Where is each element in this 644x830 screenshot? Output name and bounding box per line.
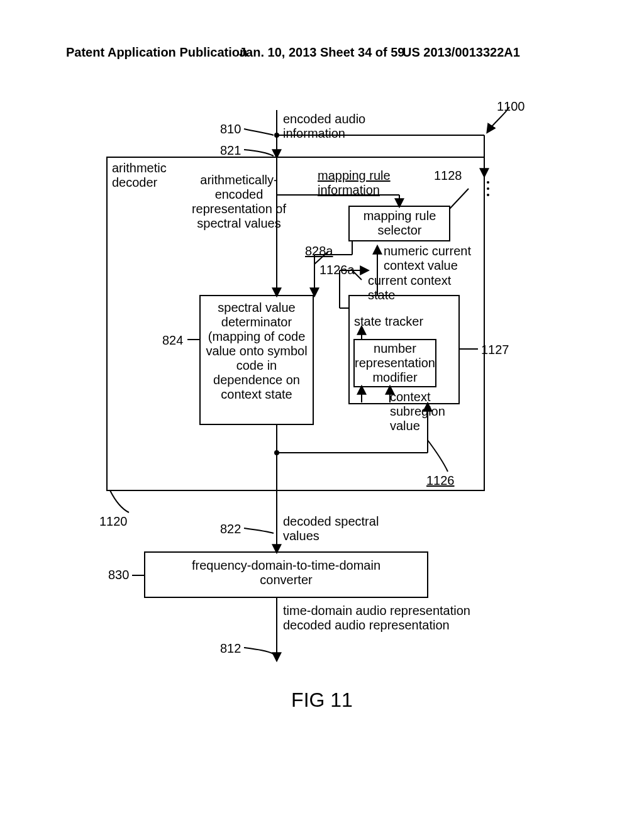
ref-822: 822 — [220, 522, 241, 536]
label-state-tracker: state tracker — [354, 314, 423, 329]
label-current-context-state: current context state — [368, 274, 451, 302]
label-number-rep-mod: number representation modifier — [354, 341, 436, 385]
ref-812: 812 — [220, 641, 241, 656]
ref-828a: 828a — [305, 244, 333, 258]
ref-830: 830 — [108, 568, 129, 582]
svg-point-11 — [487, 187, 489, 190]
label-mapping-rule-info: mapping rule information — [318, 169, 391, 197]
svg-point-10 — [487, 181, 489, 184]
label-numeric-current: numeric current context value — [384, 244, 471, 273]
ref-1126: 1126 — [426, 473, 455, 488]
ref-1127: 1127 — [481, 343, 509, 357]
ref-821: 821 — [220, 143, 241, 158]
svg-point-12 — [487, 194, 489, 196]
figure-caption: FIG 11 — [0, 689, 644, 712]
ref-1120: 1120 — [99, 514, 128, 529]
label-mapping-rule-selector: mapping rule selector — [351, 209, 448, 238]
label-decoded-spectral: decoded spectral values — [283, 514, 379, 543]
svg-line-31 — [450, 189, 469, 209]
ref-824: 824 — [162, 333, 183, 348]
ref-1126a: 1126a — [319, 263, 355, 277]
ref-1100: 1100 — [497, 99, 525, 114]
label-time-domain: time-domain audio representation decoded… — [283, 604, 470, 633]
label-context-subregion-value: context subregion value — [390, 390, 445, 433]
ref-1128: 1128 — [434, 169, 462, 183]
label-spectral-value-det: spectral value determinator (mapping of … — [203, 301, 311, 402]
label-converter: frequency-domain-to-time-domain converte… — [145, 558, 428, 587]
label-encoded-audio: encoded audio information — [283, 112, 365, 141]
page: Patent Application Publication Jan. 10, … — [0, 0, 644, 830]
label-arithmetic-decoder: arithmetic decoder — [112, 161, 167, 190]
label-arith-encoded: arithmetically- encoded representation o… — [182, 173, 296, 231]
ref-810: 810 — [220, 122, 241, 136]
